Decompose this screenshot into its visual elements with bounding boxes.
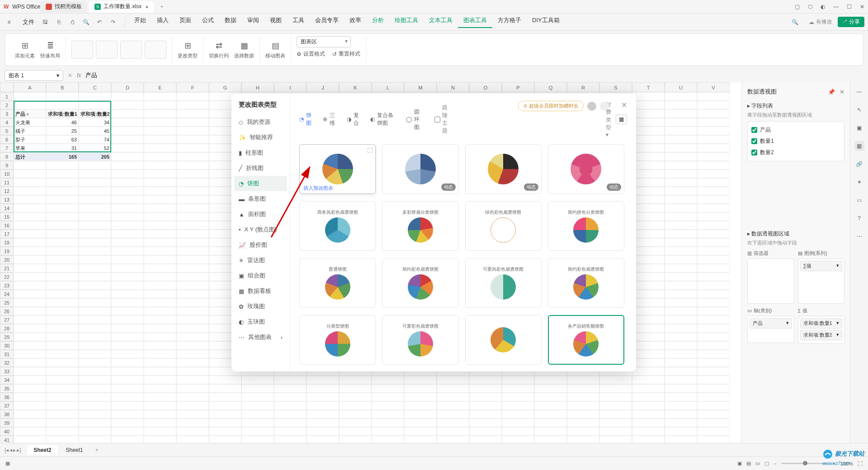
chart-style-card[interactable]: 动态 [465, 144, 542, 194]
chart-style-card[interactable]: 简约彩色扇透饼图 [382, 258, 458, 308]
menu-文本工具[interactable]: 文本工具 [424, 16, 458, 28]
maximize-icon[interactable]: ☐ [847, 4, 852, 10]
menu-视图[interactable]: 视图 [264, 16, 287, 28]
menu-会员专享[interactable]: 会员专享 [310, 16, 344, 28]
change-chart-type-button[interactable]: ⊞更改类型 [178, 41, 198, 59]
chart-style-card[interactable]: 可爱风彩色扇透饼图 [465, 258, 542, 308]
side-item-11[interactable]: ▦数据看板 [231, 283, 290, 299]
fx-cancel-icon[interactable]: ✕ [68, 72, 72, 79]
switch-rowcol-button[interactable]: ⇄切换行列 [209, 41, 229, 59]
style-thumb[interactable] [120, 41, 142, 59]
field-item[interactable]: 数量2 [750, 147, 841, 158]
formula-input[interactable] [85, 72, 863, 79]
field-item[interactable]: 数量1 [750, 136, 841, 147]
sheet-tab[interactable]: Sheet1 [60, 445, 90, 455]
chart-style-card[interactable]: 简约彩色扇透饼图 [548, 258, 624, 308]
print-icon[interactable]: ⎙ [67, 17, 78, 28]
prev-sheet-icon[interactable]: ◂ [9, 447, 12, 453]
filter-area[interactable] [747, 258, 794, 304]
link-icon[interactable]: 🔗 [854, 159, 864, 169]
name-box[interactable]: 图表 1▾ [5, 70, 63, 81]
menu-插入[interactable]: 插入 [151, 16, 174, 28]
view-reading-icon[interactable]: ▢ [764, 461, 769, 466]
settings-icon[interactable]: ✶ [854, 177, 864, 187]
menu-方方格子[interactable]: 方方格子 [492, 16, 527, 28]
side-item-7[interactable]: •X Y (散点图) [231, 222, 290, 237]
menu-icon[interactable]: ≡ [4, 17, 14, 28]
side-item-3[interactable]: ╱折线图 [231, 160, 290, 176]
menu-工具[interactable]: 工具 [287, 16, 310, 28]
area-chip[interactable]: ∑值▾ [800, 261, 843, 271]
zoom-slider[interactable] [781, 463, 826, 464]
add-element-button[interactable]: ⊞添加元素 [15, 41, 35, 59]
chart-style-thumbs[interactable] [71, 41, 166, 59]
tab-compound-bar[interactable]: ◐ 复合条饼图 [370, 112, 395, 127]
help-icon[interactable]: ? [854, 213, 864, 223]
menu-公式[interactable]: 公式 [197, 16, 219, 28]
chart-style-card[interactable] [465, 315, 542, 365]
close-window-icon[interactable]: ✕ [860, 4, 864, 10]
menu-DIY工具箱[interactable]: DIY工具箱 [527, 16, 565, 28]
tab-workbook[interactable]: S 工作簿数量.xlsx ● [89, 1, 154, 13]
window-icon[interactable]: ▢ [795, 4, 800, 10]
side-item-1[interactable]: ✨智能推荐 [231, 130, 290, 145]
side-item-8[interactable]: 📈股价图 [231, 237, 290, 253]
grid-view-icon[interactable]: ▦ [616, 114, 627, 124]
search-icon[interactable]: 🔍 [790, 17, 801, 28]
chart-style-card[interactable]: 多彩饼扇分类饼图 [382, 201, 458, 251]
last-sheet-icon[interactable]: ▸| [17, 447, 21, 453]
view-pagebreak-icon[interactable]: ▭ [755, 461, 760, 466]
avatar-icon[interactable]: ◐ [821, 4, 825, 10]
chart-style-card[interactable]: 可爱彩色扇透饼图 [382, 315, 458, 365]
status-mode-icon[interactable]: ▦ [5, 461, 10, 466]
cloud-modified-icon[interactable]: ☁ 有修改 [809, 18, 832, 26]
area-chip[interactable]: 求和项:数量2▾ [800, 330, 843, 340]
chart-style-card[interactable]: 动态 [548, 144, 624, 194]
menu-数据[interactable]: 数据 [219, 16, 242, 28]
chart-style-card[interactable]: 商务风彩色扇透饼图 [299, 201, 376, 251]
properties-icon[interactable]: ▣ [854, 123, 864, 133]
add-tab-button[interactable]: ＋ [159, 3, 165, 10]
axis-area[interactable]: 产品▾ [747, 316, 794, 343]
select-data-button[interactable]: ▦选择数据 [234, 41, 254, 59]
side-item-6[interactable]: ▲面积图 [231, 207, 290, 222]
side-item-4[interactable]: ◔饼图 [234, 176, 287, 191]
tab-pie[interactable]: ◔ 饼图 [299, 112, 312, 127]
sheet-tab[interactable]: Sheet2 [27, 445, 57, 455]
follow-theme-checkbox[interactable]: 跟随主题 [434, 104, 448, 135]
chart-style-card[interactable]: 绿色彩色扇透饼图 [465, 201, 542, 251]
menu-页面[interactable]: 页面 [174, 16, 197, 28]
tab-3d[interactable]: ⊕ 三维 [323, 112, 335, 127]
style-thumb[interactable] [96, 41, 118, 59]
chart-style-card[interactable]: 插入预设图表⛶ [299, 144, 376, 194]
fx-icon[interactable]: fx [77, 72, 81, 79]
side-item-9[interactable]: ✳雷达图 [231, 253, 290, 268]
pin-icon[interactable]: 📌 [828, 89, 835, 95]
chart-area-dropdown[interactable]: 图表区 [297, 36, 351, 47]
area-chip[interactable]: 求和项:数量1▾ [800, 318, 843, 329]
close-icon[interactable]: ● [145, 4, 148, 10]
side-item-0[interactable]: ◇我的资源 [231, 114, 290, 130]
next-sheet-icon[interactable]: ▸ [13, 447, 16, 453]
side-item-12[interactable]: ✿玫瑰图 [231, 299, 290, 314]
redo-icon[interactable]: ↷ [108, 17, 118, 28]
chart-style-card[interactable]: 各产品销售额饼图 [548, 315, 624, 365]
minimize-icon[interactable]: — [833, 4, 839, 10]
menu-分析[interactable]: 分析 [367, 16, 389, 28]
view-normal-icon[interactable]: ▣ [737, 461, 742, 466]
side-item-2[interactable]: ▮柱形图 [231, 145, 290, 160]
file-menu[interactable]: 文件 [17, 18, 40, 26]
first-sheet-icon[interactable]: |◂ [5, 447, 9, 453]
chart-style-card[interactable]: 动态 [382, 144, 458, 194]
chart-style-card[interactable]: 简约拼色分类饼图 [548, 201, 624, 251]
format-selection-button[interactable]: ⚙ 设置格式 [297, 50, 325, 58]
menu-图表工具[interactable]: 图表工具 [458, 16, 492, 28]
side-item-10[interactable]: ▣组合图 [231, 268, 290, 283]
values-area[interactable]: 求和项:数量1▾ 求和项:数量2▾ [798, 316, 845, 344]
cube-icon[interactable]: ⬡ [808, 4, 812, 10]
legend-area[interactable]: ∑值▾ [798, 258, 845, 304]
view-pagelayout-icon[interactable]: ▤ [746, 461, 751, 466]
collapse-icon[interactable]: — [854, 87, 864, 97]
tab-templates[interactable]: 找稻壳模板 [40, 1, 87, 13]
tab-donut[interactable]: ◯ 圆环图 [406, 108, 424, 131]
